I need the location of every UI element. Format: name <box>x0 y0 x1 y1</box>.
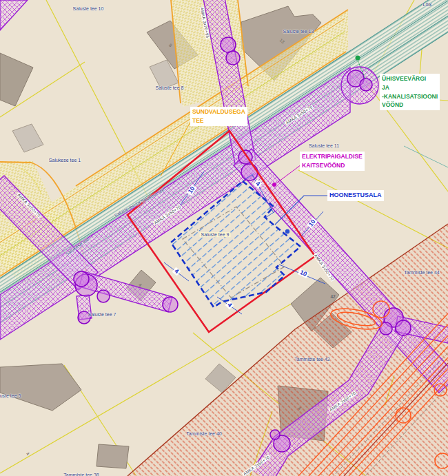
address-label-saluste-tee-13: Saluste tee 13 <box>283 29 314 34</box>
address-label-tammiste-tee-42: Tammiste tee 42 <box>294 357 329 362</box>
zone-label-line: JA <box>382 83 438 92</box>
zone-label-line: HOONESTUSALA <box>329 191 382 200</box>
zone-label-line: KAITSEVÖÖND <box>302 161 363 170</box>
address-label-saluste-tee-8: Saluste tee 8 <box>156 85 184 91</box>
blue-dot-icon <box>285 229 289 234</box>
address-label-saluste-tee-9: Saluste tee 9 <box>200 232 231 237</box>
zone-label-uhisveevargi: ÜHISVEEVÄRGI JA -KANALISATSIOONI VÖÖND <box>380 74 440 110</box>
address-label-tammiste-tee-40: Tammiste tee 40 <box>186 431 221 437</box>
zone-label-sundvaldusega-tee: SUNDVALDUSEGA TEE <box>190 107 247 126</box>
building-number-42: 42 <box>330 295 335 300</box>
address-label-tammiste-tee-38: Tammiste tee 38 <box>63 473 99 476</box>
address-label-tammiste-tee-44: Tammiste tee 44 <box>404 270 439 276</box>
zone-label-line: -KANALISATSIOONI <box>382 92 438 101</box>
zone-label-line: ÜHISVEEVÄRGI <box>382 74 438 83</box>
address-label-saluste-tee-5: Saluste tee 5 <box>0 393 21 399</box>
address-label-saluste-tee-7: Saluste tee 7 <box>88 312 116 318</box>
zone-label-line: VÖÖND <box>382 101 438 110</box>
section-label-loik: Lõik <box>423 2 432 8</box>
zone-label-line: TEE <box>192 116 245 125</box>
green-dot-icon <box>356 56 360 61</box>
zone-label-hoonestusala: HOONESTUSALA <box>327 190 384 201</box>
address-label-saluste-tee-11: Saluste tee 11 <box>309 143 339 149</box>
address-label-salukese-tee-1: Salukese tee 1 <box>49 158 81 163</box>
zone-label-line: ELEKTRIPAIGALDISE <box>302 152 363 161</box>
map-drawing <box>0 0 448 476</box>
building-bottom-center <box>96 444 129 468</box>
zone-label-line: SUNDVALDUSEGA <box>192 107 245 116</box>
zone-label-elektripaigaldise: ELEKTRIPAIGALDISE KAITSEVÖÖND <box>300 152 365 171</box>
address-label-saluste-tee-10: Saluste tee 10 <box>73 6 104 12</box>
map-canvas[interactable]: Saluste tee 10 Saluste tee 13 Saluste te… <box>0 0 448 476</box>
